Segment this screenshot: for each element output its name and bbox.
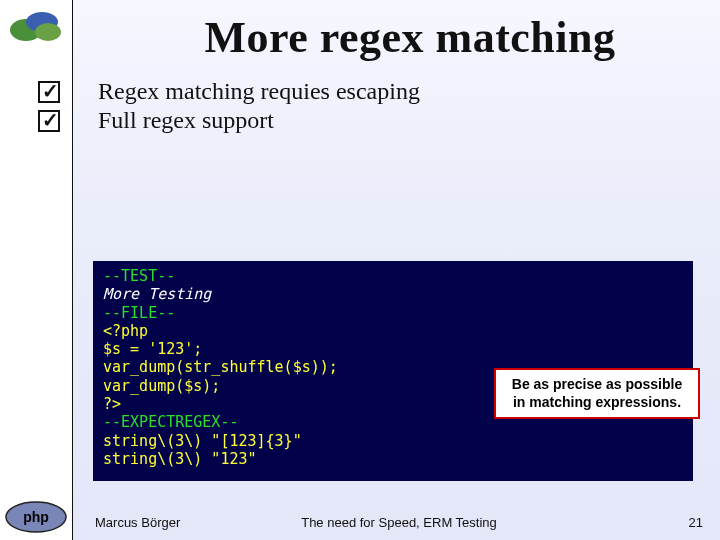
bullet-item: Regex matching requies escaping <box>38 78 678 105</box>
code-line: --FILE-- <box>103 304 683 322</box>
top-logo <box>8 8 64 44</box>
php-logo: php <box>4 500 68 534</box>
bullet-text: Regex matching requies escaping <box>98 78 420 105</box>
code-line: string\(3\) "[123]{3}" <box>103 432 683 450</box>
slide-title: More regex matching <box>120 12 700 63</box>
bullet-text: Full regex support <box>98 107 274 134</box>
code-line: string\(3\) "123" <box>103 450 683 468</box>
svg-point-2 <box>35 23 61 41</box>
footer-title: The need for Speed, ERM Testing <box>95 515 703 530</box>
code-line: <?php <box>103 322 683 340</box>
footer: Marcus Börger The need for Speed, ERM Te… <box>95 515 703 530</box>
checkbox-icon <box>38 81 60 103</box>
code-line: More Testing <box>103 285 683 303</box>
checkbox-icon <box>38 110 60 132</box>
code-line: $s = '123'; <box>103 340 683 358</box>
callout-box: Be as precise as possible in matching ex… <box>494 368 700 419</box>
slide: php More regex matching Regex matching r… <box>0 0 720 540</box>
code-line: --TEST-- <box>103 267 683 285</box>
bullet-item: Full regex support <box>38 107 678 134</box>
bullet-list: Regex matching requies escaping Full reg… <box>38 78 678 136</box>
svg-text:php: php <box>23 509 49 525</box>
